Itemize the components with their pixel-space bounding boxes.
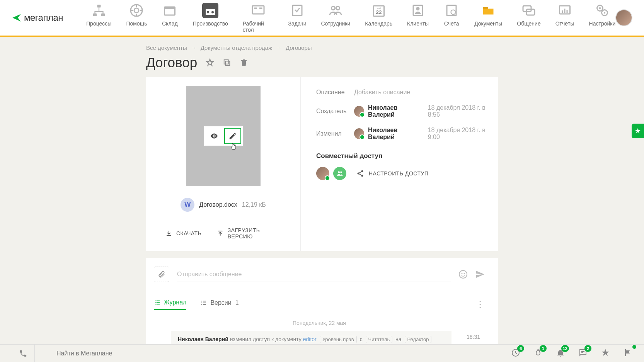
nav-production[interactable]: Производство	[193, 3, 228, 33]
editor-name: Николаев Валерий	[368, 127, 422, 141]
nav-tasks[interactable]: Задачи	[288, 3, 306, 33]
user-avatar-small	[354, 128, 364, 139]
svg-rect-0	[97, 5, 101, 8]
file-name: Договор.docx	[199, 201, 237, 208]
settings-icon	[595, 3, 609, 17]
svg-point-36	[213, 135, 215, 137]
description-label: Описание	[316, 89, 347, 96]
message-input[interactable]	[177, 267, 451, 282]
file-size: 12,19 кБ	[242, 201, 266, 208]
flag-icon	[623, 348, 632, 357]
star-button[interactable]	[601, 348, 610, 359]
svg-point-8	[207, 11, 209, 14]
list-numbered-icon	[200, 299, 207, 306]
svg-rect-2	[101, 14, 105, 17]
tabs: Журнал Версии 1 ⋮	[154, 299, 485, 310]
delete-icon[interactable]	[240, 58, 248, 67]
clock-badge: 6	[517, 345, 524, 352]
nav-documents[interactable]: Документы	[474, 3, 502, 33]
nav-settings[interactable]: Настройки	[589, 3, 616, 33]
editor-label: Изменил	[316, 130, 347, 137]
fire-button[interactable]: 1	[533, 348, 543, 359]
nav-clients[interactable]: Клиенты	[407, 3, 429, 33]
desktop-icon	[251, 3, 265, 17]
clock-button[interactable]: 6	[511, 348, 520, 359]
tab-versions-label: Версии	[210, 299, 231, 306]
logo[interactable]: мегаплан	[12, 12, 63, 23]
preview-edit-button[interactable]	[224, 128, 241, 144]
upload-icon	[217, 230, 223, 237]
nav-help[interactable]: Помощь	[126, 3, 147, 33]
svg-point-9	[211, 11, 214, 14]
svg-point-38	[340, 172, 342, 173]
nav-chat[interactable]: Общение	[517, 3, 540, 33]
tab-journal[interactable]: Журнал	[154, 299, 186, 310]
nav-label: Задачи	[288, 20, 306, 27]
add-description-link[interactable]: Добавить описание	[354, 89, 410, 96]
share-group-avatar[interactable]	[333, 167, 346, 180]
versions-count: 1	[235, 299, 239, 306]
entry-action: доступ к документу	[253, 336, 302, 342]
upload-version-button[interactable]: ЗАГРУЗИТЬ ВЕРСИЮ	[217, 227, 285, 240]
breadcrumb-item[interactable]: Документы отдела продаж	[201, 44, 272, 51]
nav-employees[interactable]: Сотрудники	[321, 3, 350, 33]
copy-icon[interactable]	[223, 58, 231, 67]
preview-view-button[interactable]	[206, 128, 223, 144]
document-details-panel: Описание Добавить описание Создатель Ник…	[301, 77, 498, 251]
nav-invoices[interactable]: Счета	[443, 3, 460, 33]
tab-versions[interactable]: Версии 1	[200, 299, 239, 309]
description-row: Описание Добавить описание	[316, 89, 494, 96]
editor-row: Изменил Николаев Валерий 18 декабря 2018…	[316, 127, 494, 141]
send-icon[interactable]	[475, 270, 485, 279]
breadcrumb-item[interactable]: Договоры	[286, 44, 312, 51]
entry-role-to: Редактор	[405, 336, 432, 343]
svg-point-20	[416, 7, 420, 10]
editor-chip[interactable]: Николаев Валерий 18 декабря 2018 г. в 9:…	[354, 127, 494, 141]
side-favorites-tab[interactable]	[632, 124, 644, 138]
star-icon[interactable]	[206, 58, 214, 67]
nav-desktop[interactable]: Рабочий стол	[243, 3, 274, 33]
download-button[interactable]: СКАЧАТЬ	[165, 227, 201, 240]
breadcrumb-arrow: →	[276, 44, 282, 51]
creator-chip[interactable]: Николаев Валерий 18 декабря 2018 г. в 8:…	[354, 104, 494, 118]
svg-point-15	[336, 7, 340, 10]
svg-rect-10	[252, 6, 264, 14]
user-avatar[interactable]	[615, 9, 632, 26]
creator-name: Николаев Валерий	[368, 104, 422, 118]
nav-label: Отчёты	[555, 20, 574, 27]
tabs-more-button[interactable]: ⋮	[476, 299, 485, 309]
breadcrumb-item[interactable]: Все документы	[146, 44, 187, 51]
page-title: Договор	[146, 55, 197, 70]
nav-processes[interactable]: Процессы	[86, 3, 111, 33]
entry-from: с	[360, 336, 363, 342]
bell-button[interactable]: 12	[556, 348, 565, 359]
nav-calendar[interactable]: май22 Календарь	[365, 3, 392, 33]
svg-rect-35	[224, 60, 228, 64]
chat-button[interactable]: 2	[578, 348, 588, 359]
share-user-avatar[interactable]	[316, 167, 329, 180]
nav-reports[interactable]: Отчёты	[555, 3, 574, 33]
journal-date: Понедельник, 22 мая	[154, 320, 485, 326]
svg-point-43	[462, 273, 463, 274]
share-icon	[356, 170, 364, 177]
emoji-icon[interactable]	[458, 270, 468, 279]
upload-label: ЗАГРУЗИТЬ ВЕРСИЮ	[228, 227, 285, 240]
documents-icon	[481, 3, 495, 17]
svg-point-41	[361, 175, 363, 177]
entry-link[interactable]: editor	[303, 336, 317, 342]
nav-label: Счета	[444, 20, 459, 27]
nav-warehouse[interactable]: Склад	[162, 3, 178, 33]
attach-button[interactable]	[154, 267, 169, 282]
configure-access-button[interactable]: НАСТРОИТЬ ДОСТУП	[356, 170, 428, 177]
flag-button[interactable]	[623, 348, 632, 359]
reports-icon	[558, 3, 572, 17]
search-input[interactable]	[41, 347, 312, 360]
svg-rect-28	[564, 9, 566, 13]
svg-text:22: 22	[376, 9, 382, 15]
nav-label: Рабочий стол	[243, 20, 274, 33]
download-icon	[165, 230, 172, 237]
paperclip-icon	[158, 270, 165, 278]
tasks-icon	[290, 3, 304, 17]
document-preview-panel: W Договор.docx 12,19 кБ СКАЧАТЬ ЗАГРУЗИТ…	[146, 77, 301, 251]
phone-button[interactable]	[12, 345, 35, 362]
